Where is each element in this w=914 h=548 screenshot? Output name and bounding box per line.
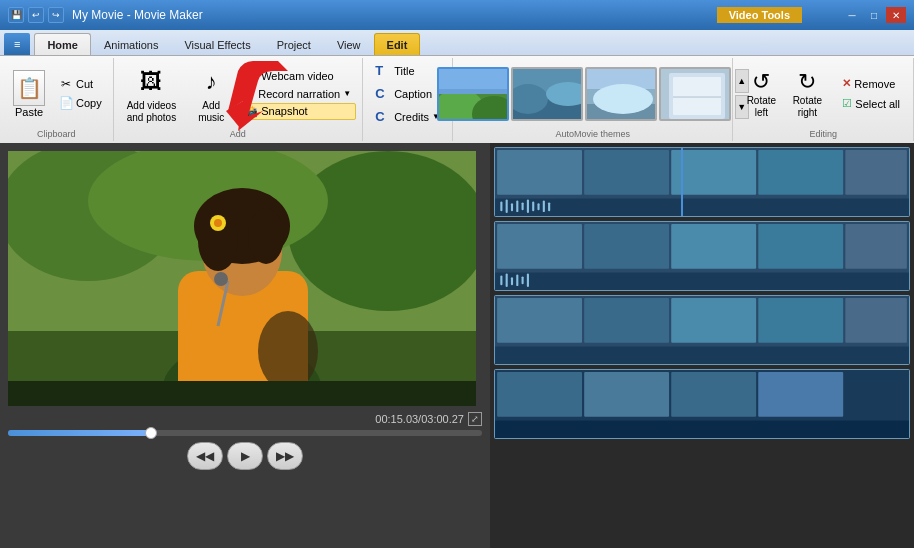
credits-icon: C — [375, 109, 391, 124]
rewind-button[interactable]: ◀◀ — [187, 442, 223, 470]
svg-rect-74 — [584, 372, 669, 417]
snapshot-label: Snapshot — [261, 105, 307, 117]
track-clip-1[interactable] — [494, 147, 910, 217]
add-music-button[interactable]: ♪ Addmusic — [185, 61, 237, 127]
cut-icon: ✂ — [59, 77, 73, 91]
svg-rect-39 — [758, 150, 843, 195]
tab-visual-effects[interactable]: Visual Effects — [171, 33, 263, 55]
editing-right-buttons: ✕ Remove ☑ Select all — [835, 74, 907, 113]
remove-button[interactable]: ✕ Remove — [835, 74, 907, 93]
seek-bar[interactable] — [8, 430, 482, 436]
tab-view[interactable]: View — [324, 33, 374, 55]
select-all-button[interactable]: ☑ Select all — [835, 94, 907, 113]
tab-video-tools[interactable]: Edit — [374, 33, 421, 55]
seek-progress — [8, 430, 150, 436]
ribbon-content: 📋 Paste ✂ Cut 📄 Copy Clipboard — [0, 56, 914, 143]
add-videos-icon: 🖼 — [133, 64, 169, 100]
webcam-icon: 📷 — [244, 70, 258, 83]
undo-icon[interactable]: ↩ — [28, 7, 44, 23]
cut-button[interactable]: ✂ Cut — [54, 75, 107, 93]
title-button[interactable]: T Title — [370, 60, 445, 81]
minimize-button[interactable]: ─ — [842, 7, 862, 23]
svg-rect-57 — [845, 224, 907, 269]
title-bar: 💾 ↩ ↪ My Movie - Movie Maker Video Tools… — [0, 0, 914, 30]
theme-3[interactable] — [585, 67, 657, 121]
close-button[interactable]: ✕ — [886, 7, 906, 23]
svg-rect-3 — [439, 69, 509, 89]
snapshot-icon: 📸 — [244, 105, 258, 118]
time-text: 00:15.03/03:00.27 — [375, 413, 464, 425]
save-icon[interactable]: 💾 — [8, 7, 24, 23]
fast-forward-button[interactable]: ▶▶ — [267, 442, 303, 470]
video-preview-image — [8, 151, 476, 406]
play-icon: ▶ — [241, 449, 250, 463]
timeline-track-3 — [494, 295, 910, 365]
theme-4[interactable] — [659, 67, 731, 121]
svg-rect-58 — [495, 273, 909, 290]
track-clip-3[interactable] — [494, 295, 910, 365]
record-narration-button[interactable]: 🎙 Record narration ▼ — [239, 86, 356, 102]
svg-rect-77 — [495, 421, 909, 438]
paste-button[interactable]: 📋 Paste — [6, 67, 52, 121]
track-clip-4[interactable] — [494, 369, 910, 439]
svg-rect-62 — [516, 274, 518, 286]
tab-animations[interactable]: Animations — [91, 33, 171, 55]
text-buttons: T Title C Caption C Credits ▼ — [370, 60, 445, 127]
rewind-icon: ◀◀ — [196, 449, 214, 463]
redo-icon[interactable]: ↪ — [48, 7, 64, 23]
play-button[interactable]: ▶ — [227, 442, 263, 470]
svg-rect-66 — [497, 298, 582, 343]
tab-project[interactable]: Project — [264, 33, 324, 55]
copy-button[interactable]: 📄 Copy — [54, 94, 107, 112]
theme-2[interactable] — [511, 67, 583, 121]
rotate-right-button[interactable]: ↻ Rotateright — [785, 66, 829, 122]
narration-label: Record narration — [258, 88, 340, 100]
credits-button[interactable]: C Credits ▼ — [370, 106, 445, 127]
transport-controls: ◀◀ ▶ ▶▶ — [8, 442, 482, 470]
add-videos-photos-button[interactable]: 🖼 Add videosand photos — [120, 61, 184, 127]
svg-point-25 — [258, 311, 318, 391]
automovie-group: ▲ ▼ AutoMovie themes — [453, 58, 733, 141]
svg-rect-47 — [527, 199, 529, 213]
rotate-left-button[interactable]: ↺ Rotateleft — [739, 66, 783, 122]
theme-1[interactable] — [437, 67, 509, 121]
tab-home[interactable]: Home — [34, 33, 91, 55]
add-group: 🖼 Add videosand photos ♪ Addmusic 📷 Webc… — [114, 58, 363, 141]
svg-rect-67 — [584, 298, 669, 343]
add-group-label: Add — [230, 129, 246, 139]
svg-rect-50 — [543, 200, 545, 212]
seek-thumb — [145, 427, 157, 439]
automovie-themes-content: ▲ ▼ — [437, 60, 749, 127]
app-menu-button[interactable]: ≡ — [4, 33, 30, 55]
snapshot-button[interactable]: 📸 Snapshot — [239, 103, 356, 120]
svg-rect-48 — [532, 201, 534, 211]
track-clip-3-content — [495, 296, 909, 364]
svg-rect-41 — [495, 199, 909, 216]
maximize-button[interactable]: □ — [864, 7, 884, 23]
theme-4-thumbnail — [661, 69, 731, 121]
expand-button[interactable]: ⤢ — [468, 412, 482, 426]
svg-rect-56 — [758, 224, 843, 269]
track-clip-2[interactable] — [494, 221, 910, 291]
svg-rect-49 — [537, 203, 539, 210]
editing-group-label: Editing — [809, 129, 837, 139]
ribbon-wrapper: 💾 ↩ ↪ My Movie - Movie Maker Video Tools… — [0, 0, 914, 143]
theme-3-thumbnail — [587, 69, 657, 121]
rotate-right-icon: ↻ — [798, 69, 816, 95]
svg-rect-60 — [506, 273, 508, 287]
svg-point-29 — [248, 208, 284, 264]
automovie-group-label: AutoMovie themes — [555, 129, 630, 139]
title-icon: T — [375, 63, 391, 78]
timeline-track-4 — [494, 369, 910, 439]
caption-icon: C — [375, 86, 391, 101]
theme-1-thumbnail — [439, 69, 509, 121]
rotate-left-icon: ↺ — [752, 69, 770, 95]
add-videos-label: Add videosand photos — [127, 100, 177, 124]
webcam-video-button[interactable]: 📷 Webcam video — [239, 68, 356, 85]
editing-group-content: ↺ Rotateleft ↻ Rotateright ✕ Remove ☑ Se… — [739, 60, 907, 127]
text-group-content: T Title C Caption C Credits ▼ — [370, 60, 445, 127]
timeline-panel[interactable] — [490, 143, 914, 548]
rotate-left-label: Rotateleft — [747, 95, 776, 119]
svg-rect-55 — [671, 224, 756, 269]
caption-button[interactable]: C Caption — [370, 83, 445, 104]
